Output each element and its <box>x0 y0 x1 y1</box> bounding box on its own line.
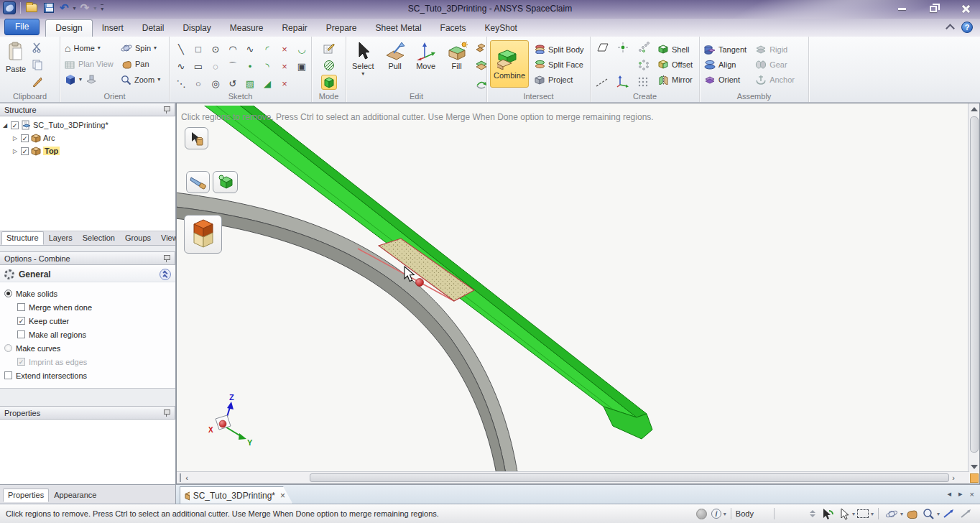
tab-detail[interactable]: Detail <box>133 20 174 37</box>
secondary-pointer-icon[interactable] <box>959 509 972 519</box>
sketch-offset-curve-icon[interactable]: ▣ <box>297 62 306 71</box>
rigid-button[interactable]: Rigid <box>754 42 796 57</box>
sketch-delete-icon[interactable]: × <box>282 79 287 88</box>
sketch-rounded-rect-icon[interactable]: ▭ <box>194 62 203 71</box>
restore-button[interactable] <box>924 3 943 14</box>
undo-dropdown-icon[interactable]: ▾ <box>73 5 76 11</box>
spin-tool-button[interactable] <box>885 509 898 519</box>
app-icon[interactable] <box>3 1 16 14</box>
option-make-solids[interactable]: Make solids <box>0 287 175 300</box>
sketch-point-icon[interactable]: • <box>249 62 252 71</box>
imprint-as-edges-checkbox[interactable]: ✓ <box>17 358 25 366</box>
make-all-regions-checkbox[interactable] <box>17 330 25 338</box>
save-button[interactable] <box>42 1 55 14</box>
merge-when-done-checkbox[interactable] <box>17 303 25 311</box>
option-extend-intersections[interactable]: Extend intersections <box>0 369 175 382</box>
scroll-up-button[interactable] <box>970 105 978 113</box>
orient-button[interactable]: Orient <box>703 73 748 88</box>
tab-measure[interactable]: Measure <box>221 20 273 37</box>
tab-groups[interactable]: Groups <box>120 231 156 245</box>
arc-visibility-checkbox[interactable]: ✓ <box>21 134 29 142</box>
pin-icon[interactable] <box>163 409 170 417</box>
root-visibility-checkbox[interactable]: ✓ <box>11 121 19 129</box>
scroll-left-button[interactable]: ‹ <box>182 473 191 482</box>
plan-view-button[interactable]: Plan View <box>63 56 119 72</box>
resize-grip[interactable] <box>970 473 979 483</box>
option-merge-when-done[interactable]: Merge when done <box>0 300 175 314</box>
line-icon[interactable] <box>595 78 609 88</box>
redo-dropdown-icon[interactable]: ▾ <box>93 5 96 11</box>
smart-select-button[interactable] <box>820 508 834 520</box>
cutter-tool-button[interactable] <box>186 171 210 193</box>
close-document-icon[interactable]: × <box>970 490 974 499</box>
tree-root-label[interactable]: SC_Tuto_3DPrinting* <box>33 121 108 129</box>
customize-qat-icon[interactable]: ▾ <box>101 4 103 12</box>
sketch-circle-icon[interactable]: ⊙ <box>212 45 220 54</box>
split-body-button[interactable]: Split Body <box>533 42 586 57</box>
vertical-scroll-thumb[interactable] <box>970 116 979 453</box>
blend-icon[interactable] <box>475 42 488 53</box>
tab-file[interactable]: File <box>4 19 40 35</box>
circular-pattern-icon[interactable] <box>637 59 650 70</box>
tab-structure[interactable]: Structure <box>1 231 44 245</box>
selection-spinner[interactable] <box>810 510 815 517</box>
expander-closed-icon[interactable]: ▷ <box>11 135 19 142</box>
tab-appearance[interactable]: Appearance <box>49 489 101 502</box>
green-beam-side-face[interactable] <box>239 106 647 417</box>
zoom-tool-button[interactable] <box>923 508 935 519</box>
document-tab-close-icon[interactable]: × <box>280 491 285 501</box>
pull-button[interactable]: Pull <box>382 40 409 91</box>
scrollbar-splitter-grip[interactable] <box>177 473 181 482</box>
pan-button[interactable]: Pan <box>119 56 170 72</box>
merge-region-tool-button[interactable] <box>213 171 238 193</box>
sketch-mode-button[interactable] <box>321 40 337 55</box>
options-general-section[interactable]: General <box>0 267 175 282</box>
help-button[interactable]: ? <box>961 22 973 33</box>
mirror-button[interactable]: Mirror <box>657 73 694 88</box>
select-mode-button[interactable] <box>838 508 850 520</box>
selection-filter-label[interactable]: Body <box>736 509 754 518</box>
tab-properties[interactable]: Properties <box>3 489 49 502</box>
tab-keyshot[interactable]: KeyShot <box>476 20 527 37</box>
home-dropdown-icon[interactable]: ▾ <box>98 46 101 50</box>
view-cube-button[interactable]: ▾ <box>63 72 119 88</box>
tab-design[interactable]: Design <box>45 19 92 37</box>
option-make-curves[interactable]: Make curves <box>0 341 175 355</box>
zoom-button[interactable]: Zoom ▾ <box>119 72 170 88</box>
sketch-rectangle-icon[interactable]: □ <box>195 45 201 54</box>
move-button[interactable]: Move <box>413 40 439 91</box>
sketch-fill-icon[interactable]: ▨ <box>246 79 254 88</box>
option-imprint-as-edges[interactable]: ✓ Imprint as edges <box>0 355 175 369</box>
spin-button[interactable]: Spin ▾ <box>119 40 170 56</box>
tab-selection[interactable]: Selection <box>78 231 120 245</box>
tab-layers[interactable]: Layers <box>44 231 78 245</box>
tab-display[interactable]: Display <box>173 20 220 37</box>
section-mode-button[interactable] <box>321 57 337 73</box>
fill-button[interactable]: Fill <box>443 40 471 91</box>
axes-icon[interactable] <box>616 75 629 88</box>
open-button[interactable] <box>25 1 38 14</box>
morph-icon[interactable] <box>475 78 488 89</box>
horizontal-scroll-thumb[interactable] <box>310 473 949 482</box>
info-dropdown-icon[interactable]: ▾ <box>724 511 726 517</box>
point-icon[interactable] <box>617 42 629 53</box>
make-solids-radio[interactable] <box>4 290 12 297</box>
sketch-ellipse-icon[interactable]: ○ <box>195 79 201 88</box>
sketch-spline-icon[interactable]: ∿ <box>246 45 254 54</box>
option-keep-cutter[interactable]: ✓ Keep cutter <box>0 314 175 328</box>
collapse-section-button[interactable] <box>160 269 171 280</box>
shell-button[interactable]: Shell <box>657 42 694 57</box>
tree-arc-label[interactable]: Arc <box>43 134 55 142</box>
sketch-line-icon[interactable]: ╲ <box>178 45 184 54</box>
pin-icon[interactable] <box>163 254 170 263</box>
tab-repair[interactable]: Repair <box>272 20 316 37</box>
box-select-dropdown-icon[interactable]: ▾ <box>871 511 874 517</box>
combine-button[interactable]: Combine <box>490 40 529 88</box>
select-dropdown-icon[interactable]: ▾ <box>361 72 364 76</box>
solid-stack-tool-button[interactable] <box>184 215 222 254</box>
next-document-icon[interactable]: ▸ <box>958 489 963 499</box>
sketch-bend-icon[interactable]: ◝ <box>265 62 269 71</box>
tab-facets[interactable]: Facets <box>431 20 476 37</box>
tree-row-root[interactable]: ◢ ✓ SC_Tuto_3DPrinting* <box>1 119 174 131</box>
minimize-button[interactable] <box>892 3 911 14</box>
